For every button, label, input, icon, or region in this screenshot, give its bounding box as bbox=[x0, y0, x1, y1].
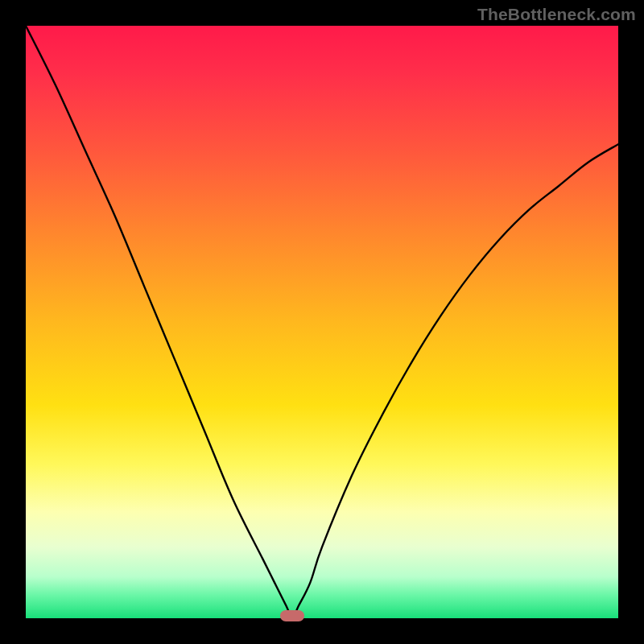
watermark-text: TheBottleneck.com bbox=[477, 5, 636, 24]
bottleneck-curve bbox=[26, 26, 618, 618]
minimum-marker bbox=[280, 610, 304, 621]
chart-frame: TheBottleneck.com bbox=[0, 0, 644, 644]
plot-area bbox=[26, 26, 618, 618]
